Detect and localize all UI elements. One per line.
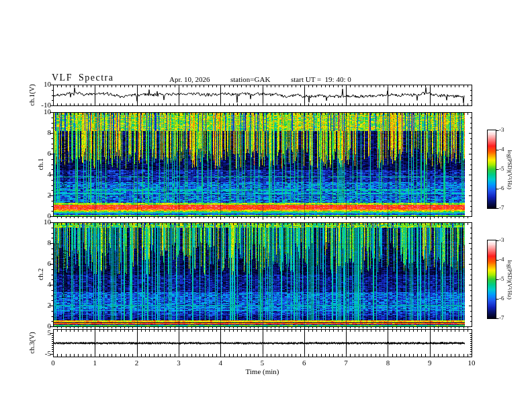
y-axis-label-spec2-line2: Frequency (kHz) (60, 224, 69, 325)
colorbar1-label: log(PSD)(V²/Hz) (505, 132, 513, 208)
colorbar2-tick-0: -3 (499, 237, 504, 244)
x-tick-4: 4 (212, 359, 229, 367)
colorbar1-tick-4: -7 (499, 205, 504, 212)
colorbar2-tick-4: -7 (499, 315, 504, 322)
x-tick-8: 8 (379, 359, 396, 367)
spec1-y-tick-0: 10 (34, 107, 51, 116)
spec2-y-tick-1: 8 (34, 238, 51, 246)
colorbar1-tick-0: -3 (499, 127, 504, 134)
x-tick-9: 9 (421, 359, 439, 367)
x-axis-title: Time (min) (222, 367, 303, 375)
x-tick-7: 7 (337, 359, 355, 367)
colorbar1-tick-2: -5 (499, 166, 504, 173)
station-label: station=GAK (230, 75, 270, 83)
page-title: VLF Spectra (52, 73, 114, 83)
colorbar2-tick-2: -5 (499, 276, 504, 283)
date-label: Apr. 10, 2026 (169, 75, 210, 83)
x-tick-0: 0 (44, 359, 62, 367)
colorbar2-tick-3: -6 (499, 295, 504, 302)
x-tick-3: 3 (170, 359, 187, 367)
spec2-y-tick-2: 6 (34, 259, 51, 267)
vlf-spectra-figure: VLF Spectra Apr. 10, 2026 station=GAK st… (0, 0, 532, 411)
spec1-y-tick-2: 6 (34, 149, 51, 157)
ch3-y-tick-1: -5 (34, 349, 51, 357)
wave-y-tick-0: 10 (34, 80, 51, 88)
x-tick-6: 6 (296, 359, 313, 367)
colorbar2-label: log(PSD)(V²/Hz) (505, 242, 513, 318)
spec1-y-tick-1: 8 (34, 128, 51, 136)
spec2-y-tick-0: 10 (34, 218, 51, 226)
spec1-y-tick-3: 4 (34, 170, 51, 178)
spec2-y-tick-3: 4 (34, 280, 51, 288)
colorbar1-tick-1: -4 (499, 146, 504, 153)
x-tick-2: 2 (128, 359, 146, 367)
x-tick-10: 10 (463, 359, 480, 367)
spec1-y-tick-4: 2 (34, 191, 51, 199)
start-ut-label: start UT = 19: 40: 0 (291, 75, 351, 83)
ch3-y-tick-0: 5 (34, 328, 51, 336)
spec2-y-tick-4: 2 (34, 301, 51, 309)
y-axis-label-ch3v: ch.3(V) (28, 303, 37, 383)
x-tick-5: 5 (254, 359, 271, 367)
colorbar2-tick-1: -4 (499, 257, 504, 263)
x-tick-1: 1 (86, 359, 103, 367)
y-axis-label-spec1-line2: Frequency (kHz) (60, 114, 69, 215)
colorbar1-tick-3: -6 (499, 185, 504, 192)
